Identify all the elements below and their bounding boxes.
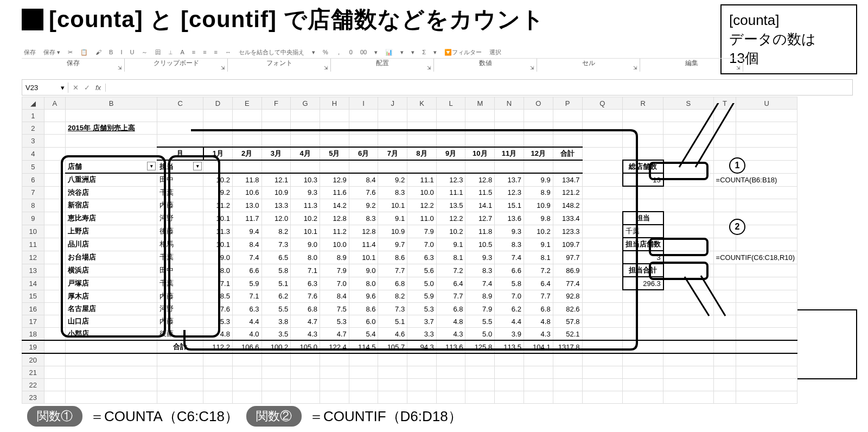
- data-cell[interactable]: 7.7: [524, 290, 553, 303]
- cell[interactable]: [736, 110, 797, 122]
- data-cell[interactable]: 4.6: [378, 328, 407, 341]
- row-header[interactable]: 20: [22, 353, 44, 366]
- data-cell[interactable]: 7.6: [203, 303, 233, 315]
- data-cell[interactable]: 11.4: [349, 238, 378, 251]
- cell[interactable]: [349, 391, 378, 404]
- data-cell[interactable]: 5.3: [320, 315, 349, 328]
- cell[interactable]: [736, 391, 797, 404]
- cell[interactable]: [407, 391, 437, 404]
- cell[interactable]: [436, 391, 465, 404]
- data-cell[interactable]: 10.2: [524, 225, 553, 238]
- data-cell[interactable]: 4.3: [291, 328, 320, 341]
- dialog-launcher-icon[interactable]: ⇲: [324, 65, 328, 71]
- cell[interactable]: [524, 122, 553, 135]
- data-cell[interactable]: 8.3: [495, 238, 524, 251]
- hdr-store[interactable]: 店舗▾: [66, 160, 157, 173]
- row-header[interactable]: 13: [22, 264, 44, 277]
- cell[interactable]: [349, 110, 378, 122]
- cell[interactable]: [261, 122, 291, 135]
- ribbon-button[interactable]: 保存: [22, 48, 38, 56]
- data-cell[interactable]: 9.1: [436, 238, 465, 251]
- ribbon-button[interactable]: %: [321, 49, 330, 55]
- ribbon-button[interactable]: ，: [334, 48, 344, 56]
- col-header[interactable]: S: [663, 97, 713, 110]
- cell[interactable]: [232, 122, 261, 135]
- col-header[interactable]: B: [66, 97, 157, 110]
- data-cell[interactable]: 9.3: [495, 225, 524, 238]
- data-cell[interactable]: 8.6: [349, 303, 378, 315]
- data-cell[interactable]: 9.8: [524, 212, 553, 225]
- cell[interactable]: [261, 391, 291, 404]
- cell[interactable]: [66, 135, 157, 148]
- side-count-val[interactable]: 3: [623, 251, 663, 264]
- data-cell[interactable]: 9.3: [291, 186, 320, 199]
- ribbon-button[interactable]: ▾: [398, 49, 406, 56]
- cell[interactable]: [378, 353, 407, 366]
- filter-icon[interactable]: ▾: [147, 162, 156, 170]
- cell[interactable]: [261, 110, 291, 122]
- cell[interactable]: [407, 110, 437, 122]
- filter-icon[interactable]: ▾: [193, 162, 202, 170]
- fx-icon[interactable]: fx: [95, 84, 101, 92]
- cell[interactable]: [553, 122, 582, 135]
- cell[interactable]: [66, 353, 157, 366]
- cell[interactable]: [713, 379, 736, 391]
- cell[interactable]: [713, 353, 736, 366]
- data-cell[interactable]: 6.4: [436, 277, 465, 290]
- cell[interactable]: [436, 379, 465, 391]
- row-total[interactable]: 52.1: [553, 328, 582, 341]
- data-cell[interactable]: 6.3: [232, 303, 261, 315]
- cell[interactable]: [157, 366, 203, 379]
- cell[interactable]: [623, 110, 663, 122]
- data-cell[interactable]: 11.8: [232, 173, 261, 186]
- data-cell[interactable]: 8.3: [465, 264, 495, 277]
- ribbon-button[interactable]: 0: [347, 49, 355, 55]
- cell[interactable]: [232, 366, 261, 379]
- data-cell[interactable]: 10.5: [465, 238, 495, 251]
- cell[interactable]: [203, 366, 233, 379]
- cell[interactable]: [44, 110, 66, 122]
- data-cell[interactable]: 12.0: [261, 212, 291, 225]
- data-cell[interactable]: 15.1: [495, 199, 524, 212]
- cell[interactable]: [157, 135, 203, 148]
- store-name[interactable]: 横浜店: [66, 264, 157, 277]
- row-total[interactable]: 97.7: [553, 251, 582, 264]
- col-header[interactable]: I: [349, 97, 378, 110]
- data-cell[interactable]: 8.1: [436, 251, 465, 264]
- col-header[interactable]: H: [320, 97, 349, 110]
- data-cell[interactable]: 7.1: [232, 290, 261, 303]
- cell[interactable]: [582, 353, 623, 366]
- cell[interactable]: [261, 135, 291, 148]
- row-total[interactable]: 86.9: [553, 264, 582, 277]
- ribbon-button[interactable]: 🖌: [93, 49, 104, 55]
- col-header[interactable]: A: [44, 97, 66, 110]
- ribbon-button[interactable]: 📊: [383, 49, 395, 56]
- row-header[interactable]: 11: [22, 238, 44, 251]
- data-cell[interactable]: 4.8: [203, 328, 233, 341]
- ribbon-button[interactable]: ≡: [212, 49, 220, 55]
- hdr-staff[interactable]: 担当▾: [157, 160, 203, 173]
- select-all[interactable]: ◢: [22, 97, 44, 110]
- col-header[interactable]: T: [713, 97, 736, 110]
- data-cell[interactable]: 11.2: [320, 225, 349, 238]
- hdr-month-col[interactable]: 12月: [524, 147, 553, 160]
- cell[interactable]: [320, 110, 349, 122]
- sum-total[interactable]: 1317.8: [553, 340, 582, 353]
- row-total[interactable]: 148.2: [553, 199, 582, 212]
- data-cell[interactable]: 10.2: [203, 173, 233, 186]
- data-cell[interactable]: 13.5: [436, 199, 465, 212]
- cell[interactable]: [524, 379, 553, 391]
- data-cell[interactable]: 3.3: [407, 328, 437, 341]
- ribbon-button[interactable]: ▾: [310, 49, 317, 56]
- cancel-icon[interactable]: ✕: [73, 84, 79, 92]
- staff-name[interactable]: 内藤: [157, 290, 203, 303]
- data-cell[interactable]: 6.8: [524, 303, 553, 315]
- sum-cell[interactable]: 100.2: [261, 340, 291, 353]
- col-header[interactable]: N: [495, 97, 524, 110]
- data-cell[interactable]: 6.2: [261, 290, 291, 303]
- cell[interactable]: [320, 379, 349, 391]
- cell[interactable]: [713, 110, 736, 122]
- cell[interactable]: [495, 391, 524, 404]
- cell[interactable]: [320, 353, 349, 366]
- side-sum-val[interactable]: 296.3: [623, 277, 663, 290]
